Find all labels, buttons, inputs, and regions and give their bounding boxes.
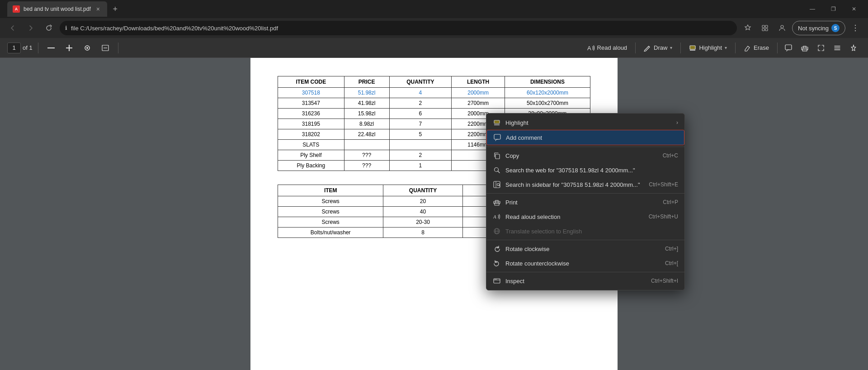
context-menu-rotate-ccw[interactable]: Rotate counterclockwise Ctrl+[ — [486, 256, 684, 270]
svg-rect-37 — [494, 279, 500, 283]
context-menu-inspect[interactable]: Inspect Ctrl+Shift+I — [486, 274, 684, 288]
cell: 318202 — [278, 129, 344, 140]
svg-rect-8 — [47, 47, 55, 48]
cell: Ply Backing — [278, 161, 344, 171]
browser-menu-button[interactable] — [848, 21, 863, 35]
cell: 41.98zl — [344, 98, 389, 109]
table-row: 307518 51.98zl 4 2000mm 60x120x2000mm — [278, 88, 590, 98]
cell: 15.98zl — [344, 109, 389, 119]
active-tab[interactable]: A bed and tv unit wood list.pdf × — [7, 1, 107, 17]
not-syncing-label: Not syncing — [798, 25, 829, 32]
tab-close-button[interactable]: × — [94, 5, 102, 13]
cell: 5 — [389, 129, 452, 140]
draw-label: Draw — [654, 44, 667, 51]
address-bar[interactable]: ℹ file C:/Users/rachey/Downloads/bed%20a… — [60, 21, 737, 35]
close-button[interactable]: ✕ — [844, 0, 864, 18]
rotate-cw-icon — [493, 245, 501, 253]
svg-rect-0 — [762, 25, 764, 28]
zoom-in-button[interactable] — [62, 41, 76, 55]
cell: Bolts/nut/washer — [278, 228, 383, 238]
print-shortcut: Ctrl+P — [663, 199, 678, 205]
print-icon — [493, 198, 501, 206]
read-aloud-selection-label: Read aloud selection — [505, 213, 644, 220]
new-tab-button[interactable]: + — [109, 3, 122, 15]
restore-button[interactable]: ❐ — [823, 0, 844, 18]
cell: Screws — [278, 217, 383, 228]
cell: Screws — [278, 207, 383, 217]
cell: ??? — [344, 150, 389, 161]
context-menu-copy[interactable]: Copy Ctrl+C — [486, 148, 684, 163]
cell: 307518 — [278, 88, 344, 98]
context-menu-print[interactable]: Print Ctrl+P — [486, 195, 684, 209]
context-menu-search-web[interactable]: Search the web for "307518 51.98zl 4 200… — [486, 163, 684, 177]
translate-icon — [493, 227, 501, 235]
sync-avatar: S — [831, 24, 840, 32]
inspect-shortcut: Ctrl+Shift+I — [651, 278, 678, 284]
print-button[interactable] — [797, 41, 812, 55]
window-controls: — ❐ ✕ — [802, 0, 864, 18]
more-tools-button[interactable] — [830, 41, 844, 55]
inspect-icon — [493, 277, 501, 285]
svg-rect-23 — [494, 134, 500, 139]
refresh-button[interactable] — [42, 21, 56, 35]
svg-rect-24 — [495, 154, 500, 159]
fit-page-button[interactable] — [80, 41, 94, 55]
draw-button[interactable]: Draw ▾ — [639, 43, 677, 53]
comment-button[interactable] — [781, 41, 796, 55]
rotate-cw-shortcut: Ctrl+] — [665, 246, 678, 252]
highlight-label: Highlight — [699, 44, 722, 51]
svg-point-4 — [781, 25, 783, 28]
cell: 2 — [389, 98, 452, 109]
cell: 7 — [389, 119, 452, 129]
favorites-icon[interactable] — [741, 21, 755, 35]
context-menu-search-sidebar[interactable]: Search in sidebar for "307518 51.98zl 4 … — [486, 177, 684, 192]
cell: 313547 — [278, 98, 344, 109]
svg-line-26 — [498, 171, 500, 173]
context-menu-translate: Translate selection to English — [486, 224, 684, 238]
context-menu-read-aloud[interactable]: A Read aloud selection Ctrl+Shift+U — [486, 209, 684, 224]
forward-button[interactable] — [24, 21, 38, 35]
svg-point-7 — [855, 30, 856, 31]
svg-point-5 — [855, 25, 856, 26]
cell: 316236 — [278, 109, 344, 119]
cell — [389, 140, 452, 150]
cell: SLATS — [278, 140, 344, 150]
col-quantity: QUANTITY — [389, 76, 452, 88]
inspect-label: Inspect — [505, 278, 646, 285]
collections-icon[interactable] — [758, 21, 772, 35]
erase-button[interactable]: Erase — [739, 43, 774, 53]
navigation-bar: ℹ file C:/Users/rachey/Downloads/bed%20a… — [0, 18, 868, 38]
sync-button[interactable]: Not syncing S — [792, 21, 845, 35]
cell: 2000mm — [452, 88, 505, 98]
search-web-icon — [493, 166, 501, 174]
fit-width-button[interactable] — [98, 41, 113, 55]
address-text: file C:/Users/rachey/Downloads/bed%20and… — [71, 25, 731, 32]
profile-icon[interactable] — [775, 21, 789, 35]
nav-actions: Not syncing S — [741, 21, 863, 35]
context-menu-add-comment[interactable]: Add comment — [486, 130, 684, 145]
pin-button[interactable] — [846, 41, 861, 55]
highlight-icon — [493, 119, 501, 127]
highlight-button[interactable]: Highlight ▾ — [684, 43, 731, 53]
toolbar-separator-5 — [735, 43, 736, 53]
svg-rect-16 — [690, 46, 695, 49]
add-comment-label: Add comment — [506, 134, 678, 141]
back-button[interactable] — [5, 21, 20, 35]
svg-text:A: A — [493, 214, 496, 219]
minimize-button[interactable]: — — [802, 0, 823, 18]
pdf-viewer: ITEM CODE PRICE QUANTITY LENGTH DIMENSIO… — [0, 58, 868, 370]
svg-point-12 — [86, 47, 88, 49]
zoom-out-button[interactable] — [44, 41, 58, 55]
translate-label: Translate selection to English — [505, 228, 678, 235]
context-menu-highlight[interactable]: Highlight › — [486, 115, 684, 130]
page-input[interactable] — [7, 43, 21, 53]
cell: 8.98zl — [344, 119, 389, 129]
cell: 8 — [383, 228, 462, 238]
read-aloud-button[interactable]: A Read aloud — [583, 43, 632, 53]
fullscreen-button[interactable] — [814, 41, 828, 55]
svg-rect-21 — [494, 120, 500, 123]
context-menu-rotate-cw[interactable]: Rotate clockwise Ctrl+] — [486, 242, 684, 256]
svg-line-30 — [499, 185, 500, 186]
search-sidebar-label: Search in sidebar for "307518 51.98zl 4 … — [505, 181, 644, 188]
svg-point-39 — [495, 279, 495, 280]
